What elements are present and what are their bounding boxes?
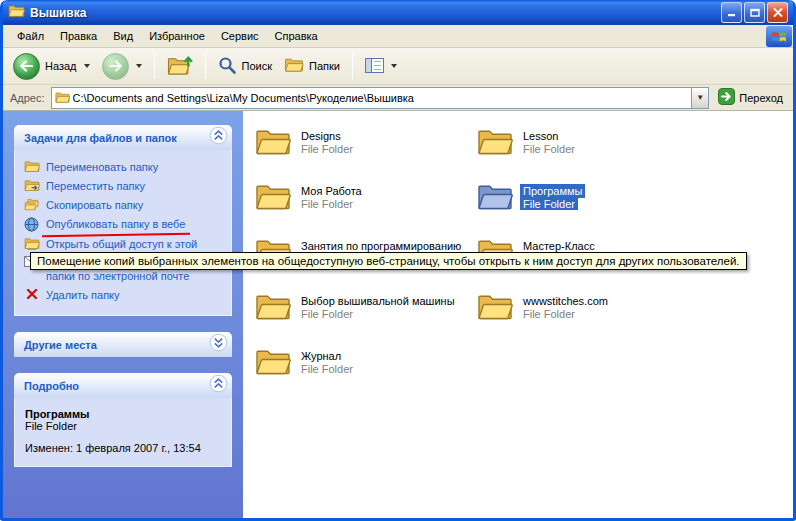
- folder-icon: [255, 347, 291, 381]
- menu-item[interactable]: Правка: [52, 27, 105, 45]
- file-item[interactable]: Выбор вышивальной машиныFile Folder: [255, 292, 477, 347]
- file-item[interactable]: Моя РаботаFile Folder: [255, 182, 477, 237]
- tasks-panel-body: Переименовать папкуПереместить папкуСкоп…: [14, 150, 232, 316]
- tasks-panel-title: Задачи для файлов и папок: [24, 132, 177, 144]
- chevron-up-icon[interactable]: [209, 126, 228, 149]
- copy-folder-icon: [23, 198, 40, 211]
- tooltip: Помещение копий выбранных элементов на о…: [30, 252, 747, 270]
- details-panel-title: Подробно: [24, 380, 79, 392]
- file-item[interactable]: LessonFile Folder: [477, 127, 699, 182]
- file-item[interactable]: DesignsFile Folder: [255, 127, 477, 182]
- file-name: Моя Работа: [298, 184, 365, 198]
- other-places-panel: Другие места: [14, 332, 232, 357]
- back-button[interactable]: Назад: [8, 51, 95, 82]
- folder-up-icon: [167, 54, 193, 78]
- task-item[interactable]: Удалить папку: [17, 286, 229, 305]
- file-type: File Folder: [298, 308, 356, 320]
- file-name: Занятия по программированию: [298, 239, 464, 253]
- maximize-button[interactable]: [744, 2, 765, 23]
- task-label: Скопировать папку: [46, 199, 143, 212]
- address-dropdown-icon[interactable]: ▼: [691, 88, 708, 108]
- task-pane-sidebar: Задачи для файлов и папок Переименовать …: [3, 111, 243, 518]
- back-dropdown-icon[interactable]: [84, 64, 90, 68]
- chevron-down-icon[interactable]: [209, 333, 228, 356]
- delete-icon: [23, 288, 40, 300]
- tasks-panel-header[interactable]: Задачи для файлов и папок: [14, 125, 232, 150]
- folder-icon: [477, 182, 513, 216]
- file-type: File Folder: [520, 143, 578, 155]
- menu-item[interactable]: Сервис: [213, 27, 267, 45]
- menu-items: ФайлПравкаВидИзбранноеСервисСправка: [9, 27, 326, 45]
- task-item[interactable]: Скопировать папку: [17, 196, 229, 215]
- toolbar-separator: [205, 53, 206, 79]
- file-name: Мастер-Класс: [520, 239, 598, 253]
- toolbar: Назад Поиск Папки: [3, 48, 793, 85]
- folders-button[interactable]: Папки: [279, 55, 345, 77]
- folder-icon: [477, 127, 513, 161]
- address-label: Адрес:: [10, 92, 45, 104]
- forward-button[interactable]: [97, 51, 147, 82]
- details-panel: Подробно Программы File Folder Изменен: …: [14, 373, 232, 467]
- forward-dropdown-icon[interactable]: [136, 64, 142, 68]
- folders-icon: [284, 57, 304, 75]
- folder-icon: [255, 127, 291, 161]
- window-title: Вышивка: [30, 6, 716, 20]
- close-button[interactable]: [767, 2, 788, 23]
- title-bar[interactable]: Вышивка: [3, 0, 793, 25]
- up-button[interactable]: [162, 52, 198, 80]
- file-name: Журнал: [298, 349, 344, 363]
- details-modified-date: Изменен: 1 февраля 2007 г., 13:54: [25, 442, 221, 454]
- views-dropdown-icon[interactable]: [391, 64, 397, 68]
- details-panel-header[interactable]: Подробно: [14, 373, 232, 398]
- address-combo[interactable]: ▼: [51, 87, 710, 109]
- folder-icon: [52, 91, 73, 104]
- task-label: Открыть общий доступ к этой: [46, 238, 197, 251]
- file-name: Designs: [298, 129, 344, 143]
- file-item[interactable]: ПрограммыFile Folder: [477, 182, 699, 237]
- file-list-area[interactable]: DesignsFile FolderLessonFile FolderМоя Р…: [243, 111, 793, 518]
- move-folder-icon: [23, 179, 40, 192]
- file-name: wwwstitches.com: [520, 294, 611, 308]
- views-icon: [365, 58, 384, 75]
- other-places-header[interactable]: Другие места: [14, 332, 232, 357]
- share-folder-icon: [23, 237, 40, 250]
- folder-icon: [255, 182, 291, 216]
- go-button[interactable]: Переход: [715, 87, 786, 108]
- back-label: Назад: [45, 60, 77, 72]
- window-controls: [721, 2, 788, 23]
- folder-icon: [477, 292, 513, 326]
- task-item[interactable]: Переименовать папку: [17, 158, 229, 177]
- minimize-button[interactable]: [721, 2, 742, 23]
- address-input[interactable]: [73, 88, 692, 108]
- task-label: Удалить папку: [46, 289, 120, 302]
- toolbar-separator: [154, 53, 155, 79]
- task-item[interactable]: Опубликовать папку в вебе: [17, 215, 229, 235]
- back-icon: [13, 53, 40, 80]
- file-folder-tasks-panel: Задачи для файлов и папок Переименовать …: [14, 125, 232, 316]
- file-item[interactable]: wwwstitches.comFile Folder: [477, 292, 699, 347]
- other-places-title: Другие места: [24, 339, 97, 351]
- file-type: File Folder: [520, 198, 578, 210]
- details-file-name: Программы: [25, 408, 221, 420]
- menu-bar: ФайлПравкаВидИзбранноеСервисСправка: [3, 25, 793, 48]
- search-button[interactable]: Поиск: [213, 54, 277, 79]
- menu-item[interactable]: Избранное: [141, 27, 213, 45]
- file-item[interactable]: ЖурналFile Folder: [255, 347, 477, 402]
- file-type: File Folder: [520, 308, 578, 320]
- menu-item[interactable]: Вид: [105, 27, 141, 45]
- windows-logo-icon: [766, 26, 792, 47]
- task-label: Опубликовать папку в вебе: [46, 218, 185, 231]
- file-type: File Folder: [298, 143, 356, 155]
- chevron-up-icon[interactable]: [209, 374, 228, 397]
- views-button[interactable]: [360, 56, 402, 77]
- folder-icon: [8, 4, 25, 22]
- details-file-type: File Folder: [25, 420, 221, 432]
- search-label: Поиск: [242, 60, 272, 72]
- window-body: Задачи для файлов и папок Переименовать …: [3, 111, 793, 518]
- file-type: File Folder: [298, 198, 356, 210]
- menu-item[interactable]: Справка: [267, 27, 326, 45]
- task-item[interactable]: Переместить папку: [17, 177, 229, 196]
- file-name: Выбор вышивальной машины: [298, 294, 458, 308]
- go-icon: [718, 88, 735, 107]
- menu-item[interactable]: Файл: [9, 27, 52, 45]
